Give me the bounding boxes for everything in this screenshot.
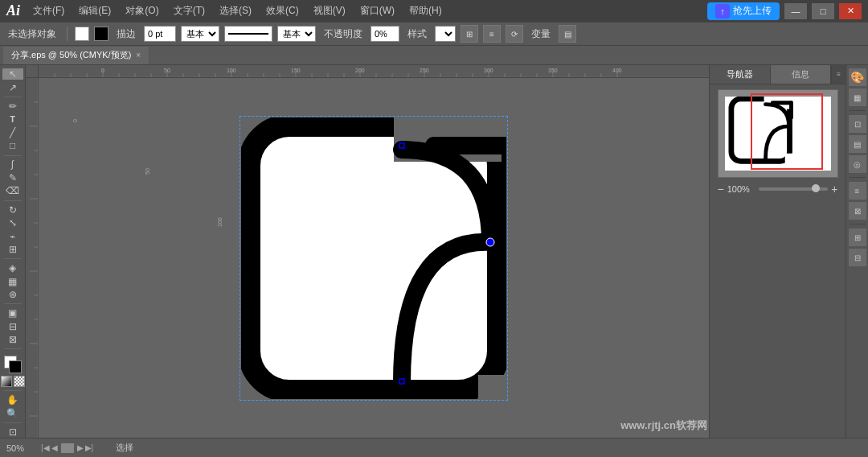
stroke-profile-select[interactable]: 基本 [277, 26, 316, 42]
nav-last-button[interactable]: ▶| [85, 443, 94, 452]
zoom-in-button[interactable]: + [831, 183, 837, 196]
rotate-tool-button[interactable]: ↻ [2, 204, 23, 215]
nav-preview-inner [725, 97, 831, 171]
variable-icon[interactable]: ▤ [559, 25, 576, 43]
tab-close-button[interactable]: × [136, 51, 141, 60]
stroke-value-input[interactable] [144, 26, 176, 42]
status-bar: 50% |◀ ◀ ▶ ▶| 选择 www.rjtj.cn软荐网 [0, 438, 868, 457]
menu-window[interactable]: 窗口(W) [354, 2, 401, 19]
svg-text:0: 0 [101, 68, 104, 73]
column-graph-button[interactable]: ▣ [2, 307, 23, 319]
status-text: 选择 [116, 442, 133, 454]
menu-effect[interactable]: 效果(C) [260, 2, 305, 19]
tab-bar: 分享.eps @ 50% (CMYK/预览) × [0, 46, 868, 65]
pathfinder-button[interactable]: ⊠ [849, 202, 866, 220]
zoom-tool-button[interactable]: 🔍 [2, 407, 23, 418]
menu-edit[interactable]: 编辑(E) [72, 2, 117, 19]
artboard-tool-button[interactable]: ⊟ [2, 321, 23, 332]
layers-button[interactable]: ⊞ [849, 228, 866, 246]
close-button[interactable]: ✕ [839, 3, 862, 19]
art-boards-icon[interactable]: ⊞ [461, 25, 478, 43]
tab-label: 分享.eps @ 50% (CMYK/预览) [11, 49, 131, 61]
none-swatch[interactable] [14, 376, 25, 387]
stroke-line-inner [228, 33, 268, 35]
page-thumb [61, 443, 74, 453]
transform-icon[interactable]: ⟳ [506, 25, 523, 43]
stroke-label: 描边 [113, 26, 139, 43]
style-select[interactable] [435, 26, 456, 42]
canvas-area[interactable]: 0 50 100 150 200 [26, 65, 709, 438]
nav-next-button[interactable]: ▶ [77, 443, 84, 452]
shape-builder-button[interactable]: ◈ [2, 262, 23, 274]
panel-menu-button[interactable]: ≡ [831, 65, 845, 84]
align-panel-button[interactable]: ≡ [849, 182, 866, 200]
selection-tool-button[interactable]: ↖ [2, 68, 23, 80]
menu-help[interactable]: 帮助(H) [403, 2, 448, 19]
warp-tool-button[interactable]: ⌁ [2, 230, 23, 241]
tool-sep-2 [4, 155, 22, 156]
line-tool-button[interactable]: ╱ [2, 127, 23, 138]
svg-text:100: 100 [227, 68, 236, 73]
svg-text:350: 350 [548, 68, 558, 73]
menu-object[interactable]: 对象(O) [119, 2, 165, 19]
swatches-button[interactable]: ▦ [849, 89, 866, 106]
type-tool-button[interactable]: T [2, 113, 23, 125]
upload-button[interactable]: ↑ 抢先上传 [707, 2, 780, 20]
scale-tool-button[interactable]: ⤡ [2, 217, 23, 228]
hand-tool-button[interactable]: ✋ [2, 394, 23, 406]
active-tab[interactable]: 分享.eps @ 50% (CMYK/预览) × [3, 47, 149, 64]
eraser-tool-button[interactable]: ⌫ [2, 185, 23, 196]
free-transform-button[interactable]: ⊞ [2, 244, 23, 255]
stroke-style-select[interactable]: 基本 [181, 26, 219, 42]
artboards-button[interactable]: ⊟ [849, 249, 866, 266]
zoom-slider[interactable] [759, 187, 829, 191]
gradient-swatch[interactable] [1, 376, 12, 387]
nav-first-button[interactable]: |◀ [41, 443, 50, 452]
main-layout: ↖ ↗ ✏ T ╱ □ ∫ ✎ ⌫ ↻ ⤡ ⌁ ⊞ ◈ ▦ ⊛ ▣ ⊟ ⊠ [0, 65, 868, 438]
panel-menu-icon: ≡ [837, 71, 841, 78]
align-icon[interactable]: ≡ [483, 25, 501, 43]
gradient-panel-button[interactable]: ▤ [849, 135, 866, 153]
svg-text:250: 250 [420, 68, 429, 73]
stroke-panel-button[interactable]: ⊡ [849, 115, 866, 133]
svg-rect-82 [784, 154, 796, 166]
paintbrush-tool-button[interactable]: ∫ [2, 159, 23, 170]
panel-sep-2 [850, 177, 866, 178]
zoom-value: 100% [727, 184, 755, 194]
nav-preview-svg [725, 97, 831, 171]
slice-tool-button[interactable]: ⊠ [2, 334, 23, 345]
svg-rect-71 [478, 375, 506, 399]
stroke-swatch[interactable] [9, 360, 22, 373]
navigator-tab[interactable]: 导航器 [710, 65, 771, 84]
minimize-button[interactable]: — [784, 3, 807, 19]
tool-sep-8 [4, 422, 22, 423]
opacity-input[interactable] [371, 26, 399, 42]
nav-prev-button[interactable]: ◀ [51, 443, 58, 452]
maximize-button[interactable]: □ [812, 3, 834, 19]
screen-mode-button[interactable]: ⊡ [2, 426, 23, 437]
pencil-tool-button[interactable]: ✎ [2, 172, 23, 183]
navigator-content: − 100% + [710, 84, 845, 438]
artboard [241, 117, 506, 399]
toolbar-separator-1 [67, 27, 68, 41]
menu-select[interactable]: 选择(S) [213, 2, 258, 19]
zoom-out-button[interactable]: − [718, 183, 724, 196]
color-guide-button[interactable]: 🎨 [849, 68, 866, 86]
pen-tool-button[interactable]: ✏ [2, 101, 23, 112]
fill-color-white[interactable] [75, 27, 89, 41]
menu-view[interactable]: 视图(V) [307, 2, 352, 19]
menu-file[interactable]: 文件(F) [27, 2, 71, 19]
info-tab[interactable]: 信息 [771, 65, 832, 84]
eyedropper-button[interactable]: ⊛ [2, 289, 23, 300]
menu-type[interactable]: 文字(T) [167, 2, 211, 19]
right-panel: 导航器 信息 ≡ [709, 65, 845, 438]
stroke-color-black[interactable] [94, 27, 108, 41]
appearance-button[interactable]: ◎ [849, 155, 866, 173]
ruler-corner [26, 65, 39, 78]
watermark: www.rjtj.cn软荐网 [620, 418, 707, 433]
rect-tool-button[interactable]: □ [2, 140, 23, 151]
svg-text:200: 200 [355, 68, 365, 73]
gradient-tool-button[interactable]: ▦ [2, 275, 23, 286]
direct-selection-tool-button[interactable]: ↗ [2, 81, 23, 93]
svg-text:300: 300 [484, 68, 493, 73]
